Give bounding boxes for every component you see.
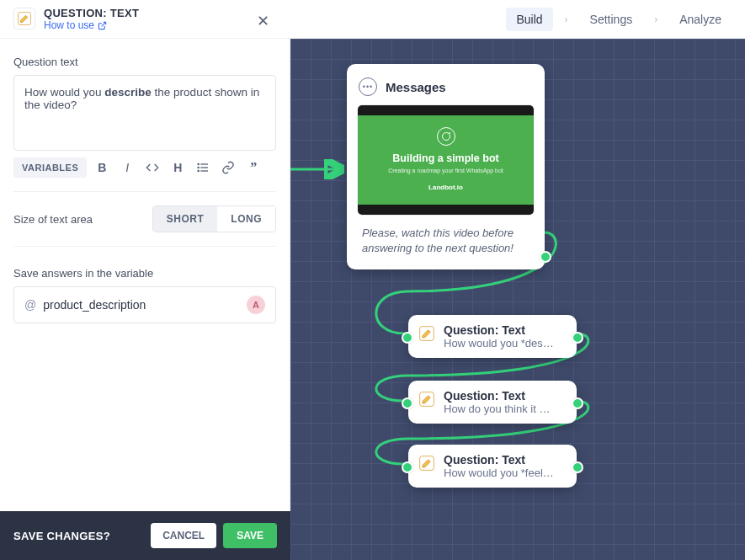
bold-button[interactable]: B [92, 157, 112, 178]
list-button[interactable] [193, 157, 213, 178]
video-heading: Building a simple bot [363, 152, 529, 164]
messages-title: Messages [386, 80, 446, 94]
question-node-1[interactable]: Question: Text How would you *des… [408, 315, 577, 358]
output-port[interactable] [572, 461, 583, 473]
input-port[interactable] [402, 397, 413, 409]
save-footer: SAVE CHANGES? CANCEL SAVE [0, 511, 290, 560]
video-preview: Building a simple bot Creating a roadmap… [357, 104, 535, 216]
output-port[interactable] [572, 332, 583, 344]
how-to-use-link[interactable]: How to use [44, 19, 139, 31]
size-long-button[interactable]: LONG [217, 206, 275, 232]
quote-button[interactable]: ” [243, 157, 263, 178]
chevron-right-icon: › [565, 13, 568, 25]
messages-node[interactable]: ••• Messages Building a simple bot Creat… [347, 64, 545, 269]
tab-build[interactable]: Build [506, 8, 552, 31]
svg-point-6 [198, 170, 199, 171]
variable-type-badge: A [247, 296, 265, 314]
svg-point-4 [198, 163, 199, 164]
external-link-icon [98, 21, 107, 30]
node-title: Question: Text [444, 453, 554, 467]
flow-canvas[interactable]: ••• Messages Building a simple bot Creat… [290, 39, 745, 560]
output-port[interactable] [540, 251, 551, 263]
close-button[interactable]: ✕ [257, 12, 269, 30]
cancel-button[interactable]: CANCEL [151, 523, 216, 548]
question-text-label: Question text [13, 56, 276, 68]
svg-point-5 [198, 167, 199, 168]
tab-settings[interactable]: Settings [580, 8, 643, 31]
video-brand: Landbot.io [363, 184, 529, 191]
size-segmented-control: SHORT LONG [152, 205, 276, 232]
top-bar: QUESTION: TEXT How to use ✕ Build › Sett… [0, 0, 745, 39]
save-button[interactable]: SAVE [223, 523, 277, 548]
variable-name: product_description [43, 298, 146, 312]
question-node-3[interactable]: Question: Text How would you *feel… [408, 445, 577, 488]
size-short-button[interactable]: SHORT [153, 206, 218, 232]
chat-bubble-icon: ••• [359, 77, 377, 96]
variable-input[interactable]: @ product_description A [13, 286, 276, 323]
link-button[interactable] [218, 157, 238, 178]
size-row: Size of text area SHORT LONG [13, 205, 276, 232]
block-title: QUESTION: TEXT [44, 7, 139, 20]
input-port[interactable] [402, 461, 413, 473]
size-label: Size of text area [13, 213, 93, 226]
messages-text: Please, watch this video before answerin… [357, 216, 535, 258]
video-subheading: Creating a roadmap your first WhatsApp b… [363, 168, 529, 173]
question-node-2[interactable]: Question: Text How do you think it … [408, 381, 577, 424]
main: Question text How would you describe the… [0, 39, 745, 560]
pencil-icon [418, 455, 435, 475]
input-port[interactable] [402, 332, 413, 344]
variables-button[interactable]: VARIABLES [13, 157, 87, 178]
rich-text-toolbar: VARIABLES B I H ” [13, 157, 276, 178]
italic-button[interactable]: I [117, 157, 137, 178]
at-icon: @ [24, 298, 36, 312]
save-prompt: SAVE CHANGES? [13, 530, 110, 542]
top-tabs: Build › Settings › Analyze [506, 8, 732, 31]
pencil-icon [418, 325, 435, 345]
node-subtitle: How do you think it … [444, 403, 550, 415]
node-subtitle: How would you *feel… [444, 467, 554, 479]
node-title: Question: Text [444, 323, 554, 337]
node-subtitle: How would you *des… [444, 337, 554, 349]
output-port[interactable] [572, 397, 583, 409]
save-variable-label: Save answers in the variable [13, 267, 276, 280]
tab-analyze[interactable]: Analyze [669, 8, 732, 31]
edit-panel: Question text How would you describe the… [0, 39, 290, 560]
panel-header: QUESTION: TEXT How to use [13, 7, 139, 32]
pencil-icon [13, 8, 35, 29]
node-title: Question: Text [444, 389, 550, 403]
pencil-icon [418, 391, 435, 411]
question-text-input[interactable]: How would you describe the product shown… [13, 75, 276, 151]
whatsapp-icon [437, 127, 455, 146]
code-button[interactable] [142, 157, 162, 178]
chevron-right-icon: › [654, 13, 657, 25]
heading-button[interactable]: H [168, 157, 188, 178]
